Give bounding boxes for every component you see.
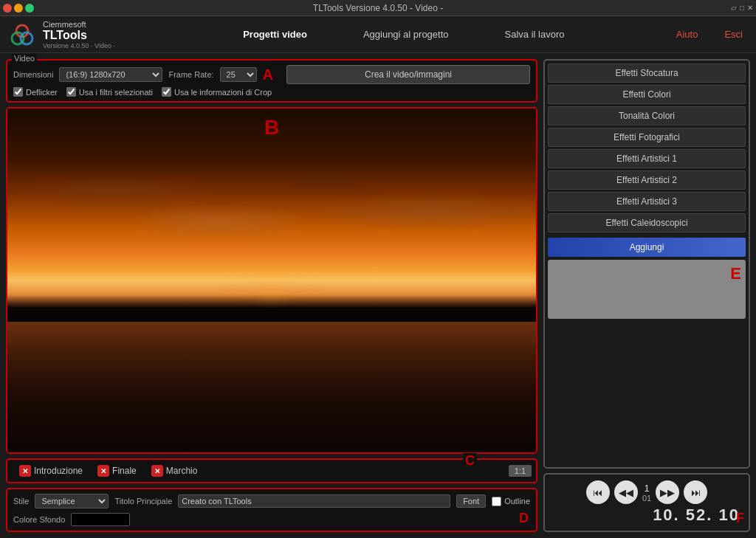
effect-tonalita[interactable]: Tonalità Colori [548,106,746,125]
preview-canvas [7,108,536,452]
logo-area: Ciemmesoft TLTools Versione 4.0.50 · Vid… [7,20,115,49]
silhouette-element [7,294,536,322]
logo-icon [7,20,37,49]
dimension-select[interactable]: (16:9) 1280x720 (16:9) 1920x1080 (4:3) 7… [59,67,162,82]
help-button[interactable]: Aiuto [670,26,704,43]
create-button[interactable]: Crea il video/immagini [286,65,530,84]
titolo-input[interactable]: Creato con TLTools [178,494,450,508]
section-b-marker: B [264,116,279,139]
logo-text: Ciemmesoft TLTools Versione 4.0.50 · Vid… [43,20,115,49]
effect-artistici2[interactable]: Effetti Artistici 2 [548,170,746,190]
section-a-marker: A [263,66,273,83]
outline-check[interactable]: Outline [492,497,530,506]
nav-add[interactable]: Aggiungi al progetto [357,26,455,43]
topbar: Ciemmesoft TLTools Versione 4.0.50 · Vid… [0,16,756,53]
effect-artistici1[interactable]: Effetti Artistici 1 [548,149,746,168]
deflicker-check[interactable]: Deflicker [13,87,58,97]
sfondo-label: Colore Sfondo [13,515,65,524]
deflicker-text: Deflicker [26,88,58,97]
main-area: Video Dimensioni (16:9) 1280x720 (16:9) … [0,53,756,538]
timeline-tabs-row: ✕ Introduzione ✕ Finale ✕ Marchio 1:1 [12,463,532,479]
maximize-dot[interactable] [25,4,34,13]
preview-area: B [6,107,537,454]
controls-row1: Dimensioni (16:9) 1280x720 (16:9) 1920x1… [13,65,530,84]
version-text: Versione 4.0.50 · Video · [43,42,115,49]
water-area [7,322,536,452]
color-swatch[interactable] [71,513,130,526]
nav-projects[interactable]: Progetti video [237,26,313,43]
tab-close-marchio[interactable]: ✕ [151,465,163,477]
minimize-dot[interactable] [14,4,23,13]
video-section-label: Video [12,54,37,63]
stile-select[interactable]: Semplice Avanzato [35,494,109,508]
playback-panel: ⏮ ◀◀ 1 01 ▶▶ ⏭ 10. 52. 10 F [543,473,750,532]
crop-text: Usa le informazioni di Crop [174,88,272,97]
play-first-button[interactable]: ⏮ [586,480,610,504]
effect-fotografici[interactable]: Effetti Fotografici [548,128,746,147]
restore-btn[interactable]: □ [740,4,744,12]
dim-label: Dimensioni [13,70,53,79]
tab-name-finale[interactable]: Finale [112,466,137,476]
tab-close-finale[interactable]: ✕ [97,465,109,477]
right-panel: Effetti Sfocatura Effetti Colori Tonalit… [543,59,750,532]
play-counter: 1 01 [642,483,651,503]
close-btn[interactable]: ✕ [747,4,753,12]
controls-row2: Deflicker Usa i filtri selezionati Usa l… [13,87,530,97]
fps-select[interactable]: 25 30 24 [220,67,257,82]
exit-button[interactable]: Esci [718,26,749,43]
crop-check[interactable]: Usa le informazioni di Crop [162,87,272,97]
playback-controls: ⏮ ◀◀ 1 01 ▶▶ ⏭ [551,480,743,504]
tab-name-marchio[interactable]: Marchio [166,466,198,476]
aggiungi-button[interactable]: Aggiungi [548,238,746,257]
close-dot[interactable] [3,4,12,13]
outline-text: Outline [504,497,530,506]
play-next-button[interactable]: ▶▶ [656,480,679,504]
play-prev-button[interactable]: ◀◀ [614,480,638,504]
nav-save[interactable]: Salva il lavoro [499,26,571,43]
play-total: 01 [642,494,651,503]
window-controls[interactable] [3,4,34,13]
timeline-panel: C ✕ Introduzione ✕ Finale ✕ Marchio 1:1 [6,458,537,483]
effect-sfocatura[interactable]: Effetti Sfocatura [548,63,746,83]
effect-caleidoscopici[interactable]: Effetti Caleidoscopici [548,213,746,232]
titlebar: TLTools Versione 4.0.50 - Video - ▱ □ ✕ [0,0,756,16]
play-last-button[interactable]: ⏭ [684,480,707,504]
titolo-label: Titolo Principale [114,497,172,506]
section-f-marker: F [736,511,744,526]
tab-finale: ✕ Finale [90,463,144,479]
clock-display: 10. 52. 10 [551,504,743,525]
tab-ratio: 1:1 [509,465,532,477]
tab-introduzione: ✕ Introduzione [12,463,90,479]
nav-links: Progetti video Aggiungi al progetto Salv… [137,26,670,43]
section-d-marker: D [519,511,529,526]
window-title: TLTools Versione 4.0.50 - Video - [313,3,443,13]
deflicker-input[interactable] [13,87,23,97]
tab-name-introduzione[interactable]: Introduzione [34,466,83,476]
font-button[interactable]: Font [456,494,486,508]
effects-panel: Effetti Sfocatura Effetti Colori Tonalit… [543,59,750,469]
bottom-row1: Stile Semplice Avanzato Titolo Principal… [13,494,530,508]
cloud-layer [7,160,536,263]
tab-marchio: ✕ Marchio [144,463,205,479]
filtri-check[interactable]: Usa i filtri selezionati [66,87,153,97]
bottom-controls-panel: Stile Semplice Avanzato Titolo Principal… [6,488,537,532]
bottom-row2: Colore Sfondo [13,513,530,526]
video-controls-panel: Video Dimensioni (16:9) 1280x720 (16:9) … [6,59,537,103]
win-controls-right[interactable]: ▱ □ ✕ [731,4,753,12]
play-current: 1 [642,483,651,494]
outline-input[interactable] [492,497,501,506]
tab-close-introduzione[interactable]: ✕ [19,465,31,477]
filtri-text: Usa i filtri selezionati [79,88,153,97]
effect-colori[interactable]: Effetti Colori [548,85,746,104]
minimize-btn[interactable]: ▱ [731,4,737,12]
stile-label: Stile [13,497,29,506]
section-c-marker: C [463,453,477,469]
app-name: TLTools [43,29,115,42]
fps-label: Frame Rate: [168,70,213,79]
effect-artistici3[interactable]: Effetti Artistici 3 [548,192,746,211]
crop-input[interactable] [162,87,171,97]
left-panel: Video Dimensioni (16:9) 1280x720 (16:9) … [6,59,537,532]
effect-preview-thumb [548,260,746,319]
filtri-input[interactable] [66,87,76,97]
top-actions: Aiuto Esci [670,26,749,43]
